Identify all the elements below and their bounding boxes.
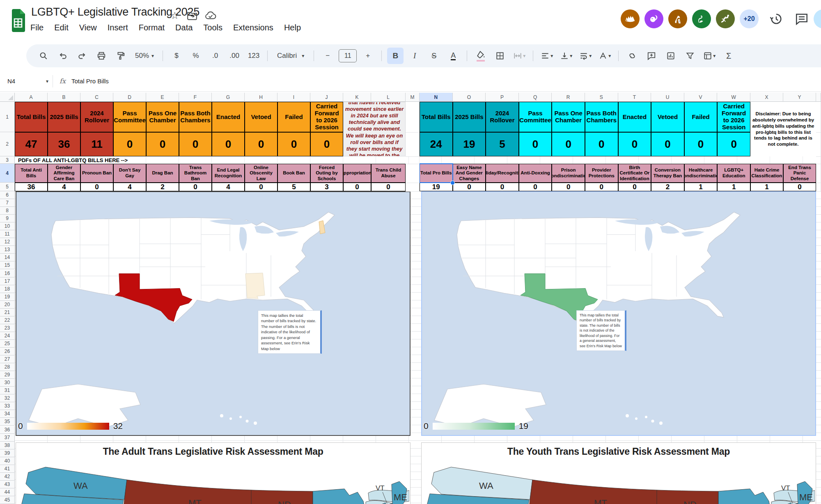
goose-avatar[interactable] bbox=[692, 9, 711, 28]
anti-status-header[interactable]: 2024 Rollover bbox=[80, 102, 113, 132]
pro-bills-map-chart[interactable]: 0 19 This map tallies the total number o… bbox=[421, 191, 816, 436]
text-color-button[interactable]: A bbox=[451, 52, 456, 60]
anti-category-header[interactable]: Online Obscenity Law bbox=[245, 164, 277, 183]
pro-status-value[interactable]: 5 bbox=[486, 132, 519, 156]
name-box[interactable]: N4▾ bbox=[0, 78, 53, 85]
hedgehog-avatar[interactable] bbox=[621, 9, 640, 28]
format-percent-button[interactable]: % bbox=[188, 48, 204, 64]
row-header-20[interactable]: 20 bbox=[0, 301, 15, 309]
vertical-align-button[interactable]: ▾ bbox=[558, 48, 574, 64]
column-header-D[interactable]: D bbox=[113, 93, 146, 102]
anti-status-value[interactable]: 47 bbox=[15, 132, 48, 156]
pro-category-header[interactable]: Anti-Doxxing bbox=[519, 164, 552, 183]
column-header-H[interactable]: H bbox=[245, 93, 277, 102]
collaborators-overflow-badge[interactable]: +20 bbox=[740, 9, 759, 28]
anti-category-header[interactable]: Don't Say Gay bbox=[113, 164, 146, 183]
share-button-partial[interactable] bbox=[814, 9, 821, 28]
menu-file[interactable]: File bbox=[30, 23, 44, 32]
row-header-6[interactable]: 6 bbox=[0, 191, 15, 199]
anti-status-value[interactable]: 11 bbox=[80, 132, 113, 156]
anti-status-header[interactable]: 2025 Bills bbox=[48, 102, 80, 132]
anti-category-header[interactable]: Gender Affirming Care Ban bbox=[48, 164, 80, 183]
font-select[interactable]: Calibri▾ bbox=[273, 48, 308, 64]
row-header-18[interactable]: 18 bbox=[0, 285, 15, 293]
pro-status-header[interactable]: Pass Both Chambers bbox=[585, 102, 618, 132]
pro-status-value[interactable]: 19 bbox=[453, 132, 486, 156]
row-header-42[interactable]: 42 bbox=[0, 473, 15, 481]
pro-category-value[interactable]: 0 bbox=[453, 183, 486, 191]
youth-risk-map-chart[interactable]: The Youth Trans Legislative Risk Assessm… bbox=[421, 442, 816, 504]
format-currency-button[interactable]: $ bbox=[168, 48, 185, 64]
anti-status-header[interactable]: Failed bbox=[277, 102, 310, 132]
anti-status-header[interactable]: Carried Forward to 2026 Session bbox=[310, 102, 343, 132]
column-header-K[interactable]: K bbox=[343, 93, 371, 102]
increase-decimals-button[interactable]: .00 bbox=[226, 48, 243, 64]
row-header-36[interactable]: 36 bbox=[0, 426, 15, 434]
anti-category-value[interactable]: 4 bbox=[212, 183, 245, 191]
row-header-24[interactable]: 24 bbox=[0, 332, 15, 340]
anti-status-header[interactable]: Vetoed bbox=[245, 102, 277, 132]
pro-status-value[interactable]: 0 bbox=[684, 132, 718, 156]
anti-status-header[interactable]: Pass Committee bbox=[113, 102, 146, 132]
column-header-L[interactable]: L bbox=[371, 93, 406, 102]
pro-status-header[interactable]: Vetoed bbox=[651, 102, 684, 132]
paint-format-icon[interactable] bbox=[112, 48, 129, 64]
anti-category-header[interactable]: Drag Ban bbox=[146, 164, 179, 183]
anti-category-header[interactable]: Pronoun Ban bbox=[80, 164, 113, 183]
anti-category-value[interactable]: 2 bbox=[146, 183, 179, 191]
row-header-19[interactable]: 19 bbox=[0, 293, 15, 301]
row-header-8[interactable]: 8 bbox=[0, 207, 15, 215]
anti-category-header[interactable]: Appropriations bbox=[343, 164, 371, 183]
row-header-7[interactable]: 7 bbox=[0, 199, 15, 207]
decrease-font-size-button[interactable]: − bbox=[319, 48, 336, 64]
column-header-W[interactable]: W bbox=[717, 93, 750, 102]
pro-status-value[interactable]: 0 bbox=[519, 132, 552, 156]
column-header-O[interactable]: O bbox=[453, 93, 486, 102]
anti-category-value[interactable]: 4 bbox=[48, 183, 80, 191]
row-header-25[interactable]: 25 bbox=[0, 340, 15, 348]
pro-category-value[interactable]: 0 bbox=[486, 183, 519, 191]
row-header-10[interactable]: 10 bbox=[0, 222, 15, 230]
pro-category-value[interactable]: 0 bbox=[585, 183, 618, 191]
column-header-S[interactable]: S bbox=[585, 93, 618, 102]
text-wrap-button[interactable]: ▾ bbox=[577, 48, 594, 64]
pro-category-header[interactable]: Birth Certificate Or Identification bbox=[618, 164, 651, 183]
column-header-Y[interactable]: Y bbox=[783, 93, 816, 102]
row-header-11[interactable]: 11 bbox=[0, 230, 15, 238]
move-folder-icon[interactable] bbox=[187, 10, 197, 21]
anti-bills-map-chart[interactable]: 0 32 This map tallies the total number o… bbox=[16, 191, 410, 436]
strikethrough-button[interactable]: S bbox=[426, 48, 442, 64]
anti-category-header[interactable]: Trans Bathroom Ban bbox=[179, 164, 212, 183]
pro-status-header[interactable]: 2025 Bills bbox=[453, 102, 486, 132]
row-header-41[interactable]: 41 bbox=[0, 465, 15, 473]
zoom-select[interactable]: 50%▾ bbox=[132, 48, 157, 64]
filter-views-icon[interactable]: ▾ bbox=[701, 48, 718, 64]
row-header-26[interactable]: 26 bbox=[0, 348, 15, 355]
row-header-13[interactable]: 13 bbox=[0, 246, 15, 254]
row-header-38[interactable]: 38 bbox=[0, 442, 15, 449]
row-header-37[interactable]: 37 bbox=[0, 434, 15, 442]
column-header-R[interactable]: R bbox=[552, 93, 585, 102]
borders-button[interactable] bbox=[492, 48, 508, 64]
more-formats-button[interactable]: 123 bbox=[245, 48, 262, 64]
anti-status-header[interactable]: Total Bills bbox=[15, 102, 48, 132]
select-all-corner[interactable] bbox=[0, 93, 15, 102]
column-header-X[interactable]: X bbox=[750, 93, 783, 102]
anti-category-value[interactable]: 0 bbox=[80, 183, 113, 191]
column-header-V[interactable]: V bbox=[684, 93, 718, 102]
pro-status-value[interactable]: 0 bbox=[585, 132, 618, 156]
row-header-14[interactable]: 14 bbox=[0, 254, 15, 261]
pro-category-header[interactable]: Conversion Therapy Ban bbox=[651, 164, 684, 183]
row-header-2[interactable]: 2 bbox=[0, 132, 15, 156]
row-header-1[interactable]: 1 bbox=[0, 102, 15, 132]
fill-color-button[interactable] bbox=[472, 48, 489, 64]
version-history-icon[interactable] bbox=[769, 12, 783, 26]
increase-font-size-button[interactable]: + bbox=[360, 48, 376, 64]
anti-category-header[interactable]: Total Anti Bills bbox=[15, 164, 48, 183]
row-header-35[interactable]: 35 bbox=[0, 418, 15, 426]
print-icon[interactable] bbox=[93, 48, 110, 64]
column-header-P[interactable]: P bbox=[486, 93, 519, 102]
anti-category-value[interactable]: 0 bbox=[371, 183, 406, 191]
pro-category-header[interactable]: End Trans Panic Defense bbox=[783, 164, 816, 183]
column-header-M[interactable]: M bbox=[406, 93, 420, 102]
